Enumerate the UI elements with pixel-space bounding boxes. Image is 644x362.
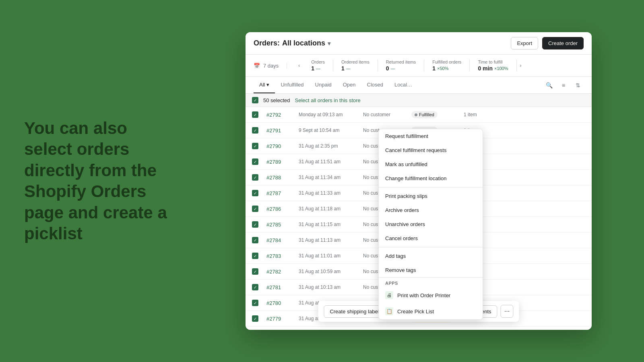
selected-bar: ✓ 50 selected Select all orders in this … [246, 94, 592, 107]
dropdown-item-cancel-orders[interactable]: Cancel orders [379, 231, 483, 245]
stats-nav-prev[interactable]: ‹ [295, 62, 303, 70]
order-number: #2783 [266, 253, 299, 259]
order-number: #2779 [266, 316, 299, 322]
order-date: 31 Aug at 11:51 am [299, 159, 363, 165]
stat-orders: Orders 1 — [303, 60, 333, 72]
order-number: #2791 [266, 128, 299, 134]
select-all-store-link[interactable]: Select all orders in this store [295, 97, 361, 103]
order-number: #2786 [266, 206, 299, 212]
order-number: #2788 [266, 175, 299, 181]
tabs-actions: 🔍 ≡ ⇅ [543, 80, 584, 91]
order-date: 31 Aug at 11:13 am [299, 237, 363, 243]
row-checkbox[interactable]: ✓ [252, 158, 266, 165]
dropdown-item-unarchive[interactable]: Unarchive orders [379, 217, 483, 231]
page-title: Orders: All locations ▾ [254, 39, 330, 47]
order-number: #2782 [266, 269, 299, 275]
dropdown-item-print-packing[interactable]: Print packing slips [379, 189, 483, 203]
stats-nav-next[interactable]: › [517, 62, 525, 70]
dropdown-item-cancel-fulfillment[interactable]: Cancel fulfillment requests [379, 143, 483, 157]
dropdown-item-request-fulfillment[interactable]: Request fulfillment [379, 129, 483, 143]
table-row[interactable]: ✓ #2792 Monday at 09:13 am No customer F… [246, 107, 592, 123]
order-number: #2789 [266, 159, 299, 165]
heading: You can also select orders directly from… [24, 118, 169, 245]
dropdown-item-mark-unfulfilled[interactable]: Mark as unfulfilled [379, 157, 483, 171]
order-number: #2792 [266, 112, 299, 118]
order-number: #2790 [266, 143, 299, 149]
stat-returned-items: Returned items 0 — [378, 60, 425, 72]
order-number: #2785 [266, 222, 299, 228]
tab-open[interactable]: Open [337, 77, 361, 93]
row-checkbox[interactable]: ✓ [252, 143, 266, 149]
order-items: 1 item [464, 112, 496, 117]
dropdown-item-remove-tags[interactable]: Remove tags [379, 263, 483, 277]
row-checkbox[interactable]: ✓ [252, 206, 266, 212]
order-date: 31 Aug at 11:15 am [299, 222, 363, 227]
row-checkbox[interactable]: ✓ [252, 300, 266, 306]
row-checkbox[interactable]: ✓ [252, 284, 266, 290]
order-date: 31 Aug at 10:13 am [299, 284, 363, 290]
order-date: 31 Aug at 11:34 am [299, 175, 363, 180]
tab-unfulfilled[interactable]: Unfulfilled [275, 77, 309, 93]
order-number: #2780 [266, 300, 299, 306]
dropdown-item-change-location[interactable]: Change fulfillment location [379, 171, 483, 185]
row-checkbox[interactable]: ✓ [252, 268, 266, 275]
divider1 [379, 187, 483, 187]
tab-closed[interactable]: Closed [361, 77, 389, 93]
tab-all[interactable]: All ▾ [254, 77, 275, 93]
row-checkbox[interactable]: ✓ [252, 253, 266, 259]
shopify-window: Orders: All locations ▾ Export Create or… [246, 32, 592, 330]
order-date: 31 Aug at 11:18 am [299, 206, 363, 212]
filter-icon[interactable]: ≡ [558, 80, 569, 91]
location-dropdown-arrow[interactable]: ▾ [328, 40, 330, 47]
order-printer-icon: 🖨 [385, 291, 393, 299]
dropdown-item-order-printer[interactable]: 🖨 Print with Order Printer [379, 287, 483, 303]
calendar-icon: 📅 [254, 63, 260, 69]
row-checkbox[interactable]: ✓ [252, 111, 266, 118]
create-order-button[interactable]: Create order [542, 37, 584, 49]
table-row[interactable]: ✓ #2778 26 Aug at 9:… No customer Partia… [246, 327, 592, 330]
order-date: 31 Aug at 11:33 am [299, 190, 363, 196]
filter-tabs: All ▾ Unfulfilled Unpaid Open Closed Loc… [246, 77, 592, 94]
order-number: #2787 [266, 190, 299, 196]
right-panel: Orders: All locations ▾ Export Create or… [193, 24, 644, 338]
select-all-checkbox[interactable]: ✓ [252, 97, 258, 103]
stats-bar: 📅 7 days ‹ Orders 1 — Ordered items 1 — … [246, 55, 592, 77]
more-actions-button[interactable]: ··· [501, 305, 514, 318]
tabs-list: All ▾ Unfulfilled Unpaid Open Closed Loc… [254, 77, 418, 93]
apps-section-header: Apps [379, 277, 483, 287]
order-customer: No customer [363, 112, 411, 117]
stat-fulfilled-orders: Fulfilled orders 1 ×50% [424, 60, 470, 72]
stat-time-fulfill: Time to fulfill 0 min ×100% [470, 60, 516, 72]
pick-list-icon: 📋 [385, 307, 393, 315]
dropdown-item-create-pick-list[interactable]: 📋 Create Pick List [379, 303, 483, 319]
order-date: 9 Sept at 10:54 am [299, 128, 363, 133]
row-checkbox[interactable]: ✓ [252, 190, 266, 196]
order-status: Fulfilled [411, 111, 464, 118]
sort-icon[interactable]: ⇅ [572, 80, 584, 91]
stat-ordered-items: Ordered items 1 — [333, 60, 378, 72]
order-date: Monday at 09:13 am [299, 112, 363, 117]
stats-period: 📅 7 days [254, 63, 287, 69]
top-bar: Orders: All locations ▾ Export Create or… [246, 32, 592, 55]
order-number: #2781 [266, 284, 299, 290]
top-bar-actions: Export Create order [511, 37, 584, 49]
order-number: #2784 [266, 237, 299, 243]
row-checkbox[interactable]: ✓ [252, 221, 266, 228]
row-checkbox[interactable]: ✓ [252, 174, 266, 181]
row-checkbox[interactable]: ✓ [252, 237, 266, 243]
order-date: 31 Aug at 10:59 am [299, 269, 363, 274]
tab-local[interactable]: Local… [389, 77, 418, 93]
divider2 [379, 247, 483, 247]
left-panel: You can also select orders directly from… [0, 94, 193, 269]
export-button[interactable]: Export [511, 37, 538, 49]
selected-count: 50 selected [263, 97, 290, 103]
order-date: 31 Aug at 11:01 am [299, 253, 363, 259]
order-date: 31 Aug at 2:35 pm [299, 143, 363, 149]
dropdown-item-archive[interactable]: Archive orders [379, 203, 483, 217]
row-checkbox[interactable]: ✓ [252, 127, 266, 134]
dropdown-item-add-tags[interactable]: Add tags [379, 249, 483, 263]
search-icon[interactable]: 🔍 [543, 80, 555, 91]
row-checkbox[interactable]: ✓ [252, 315, 266, 322]
actions-dropdown-menu: Request fulfillment Cancel fulfillment r… [378, 129, 483, 320]
tab-unpaid[interactable]: Unpaid [310, 77, 337, 93]
